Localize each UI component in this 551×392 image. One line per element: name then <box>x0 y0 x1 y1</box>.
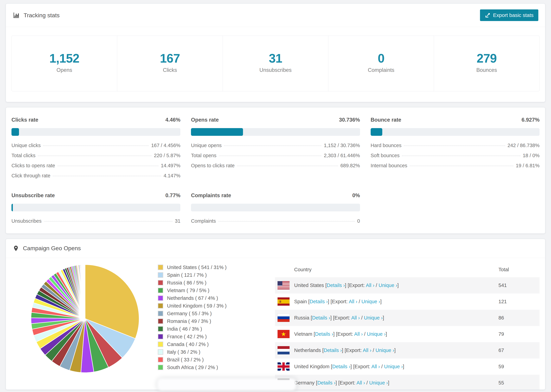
stat-unsubscribes-value: 31 <box>225 52 326 65</box>
details-link[interactable]: Details › <box>324 348 342 353</box>
metric-label: Total opens <box>191 153 216 158</box>
map-pin-icon <box>13 245 19 252</box>
metric-label: Total clicks <box>11 153 35 158</box>
country-name: Spain <box>294 299 308 304</box>
details-link[interactable]: Details › <box>315 331 333 337</box>
export-unique-link[interactable]: Unique › <box>361 299 380 304</box>
dotted-leader <box>219 156 322 156</box>
dotted-leader <box>57 166 158 166</box>
legend-label: Brazil ( 33 / 2% ) <box>167 357 204 363</box>
table-row: Spain [Details ›] [Export: All › / Uniqu… <box>275 294 540 310</box>
legend-item: Italy ( 36 / 2% ) <box>158 349 251 355</box>
rate-value: 4.46% <box>165 117 180 123</box>
bracket: ] <box>394 348 396 353</box>
geo-opens-header: Campaign Geo Opens <box>6 239 545 258</box>
legend-swatch <box>158 311 163 316</box>
bracket: ] <box>386 331 387 337</box>
bar-chart-icon <box>13 12 20 19</box>
rate-value: 0.77% <box>165 192 180 199</box>
export-all-link[interactable]: All › <box>349 299 357 304</box>
legend-label: France ( 42 / 2% ) <box>167 334 207 339</box>
details-link[interactable]: Details › <box>312 315 330 321</box>
legend-item: Russia ( 86 / 5% ) <box>158 280 251 286</box>
flag-us-icon <box>278 281 290 289</box>
bracket: [ <box>325 283 327 288</box>
export-icon <box>485 12 491 18</box>
clicks-rate-panel: Clicks rate 4.46% Unique clicks167 / 4.4… <box>11 117 180 183</box>
details-link[interactable]: Details › <box>317 380 335 385</box>
metric-label: Unsubscribes <box>11 218 42 224</box>
export-unique-link[interactable]: Unique › <box>367 331 386 337</box>
country-name: United States <box>294 283 325 288</box>
country-cell: Russia [Details ›] [Export: All › / Uniq… <box>294 315 498 321</box>
tracking-stats-card: Tracking stats Export basic stats 1,152 … <box>6 3 545 102</box>
legend-swatch <box>158 303 163 308</box>
export-all-link[interactable]: All › <box>354 331 363 337</box>
country-total: 55 <box>498 380 540 386</box>
separator: / <box>363 331 367 337</box>
country-total: 541 <box>498 283 540 288</box>
export-all-link[interactable]: All › <box>356 380 365 385</box>
progress-bar <box>11 128 180 136</box>
export-unique-link[interactable]: Unique › <box>379 283 397 288</box>
details-link[interactable]: Details › <box>310 299 328 304</box>
progress-fill <box>11 204 13 211</box>
stat-bounces-value: 279 <box>436 52 538 65</box>
tracking-stats-header: Tracking stats Export basic stats <box>6 4 545 27</box>
stat-complaints: 0 Complaints <box>328 36 434 91</box>
legend-label: Spain ( 121 / 7% ) <box>167 272 207 278</box>
page-title: Tracking stats <box>24 12 60 19</box>
legend-swatch <box>158 318 163 324</box>
table-row: ★Vietnam [Details ›] [Export: All › / Un… <box>275 326 540 342</box>
legend-swatch <box>158 334 163 339</box>
country-name: Vietnam <box>294 331 314 337</box>
country-name: United Kingdom <box>294 364 331 369</box>
details-link[interactable]: Details › <box>332 364 350 369</box>
progress-bar <box>191 128 360 136</box>
rate-value: 30.736% <box>339 117 360 123</box>
export-unique-link[interactable]: Unique › <box>375 348 394 353</box>
progress-bar <box>371 128 540 136</box>
legend-item: Romania ( 49 / 3% ) <box>158 318 251 324</box>
table-row: Netherlands [Details ›] [Export: All › /… <box>275 342 540 358</box>
dotted-leader <box>53 176 161 176</box>
export-all-link[interactable]: All › <box>366 283 374 288</box>
stat-bounces-label: Bounces <box>436 67 538 73</box>
legend-item: Canada ( 40 / 2% ) <box>158 342 251 347</box>
bracket: ] <box>397 283 399 288</box>
export-unique-link[interactable]: Unique › <box>364 315 383 321</box>
export-all-link[interactable]: All › <box>363 348 371 353</box>
export-all-link[interactable]: All › <box>351 315 360 321</box>
stat-complaints-value: 0 <box>330 52 432 65</box>
stat-clicks-label: Clicks <box>119 67 221 73</box>
legend-item: Netherlands ( 67 / 4% ) <box>158 295 251 301</box>
export-label: ] [Export: <box>342 348 363 353</box>
flag-es-icon <box>278 297 290 306</box>
country-cell: Vietnam [Details ›] [Export: All › / Uni… <box>294 331 498 337</box>
metric-label: Complaints <box>191 218 216 224</box>
export-label: ] [Export: <box>336 380 357 385</box>
legend-label: Canada ( 40 / 2% ) <box>167 342 209 347</box>
legend-item: United States ( 541 / 31% ) <box>158 265 251 270</box>
export-unique-link[interactable]: Unique › <box>369 380 388 385</box>
stat-opens-value: 1,152 <box>13 52 115 65</box>
legend-label: Vietnam ( 79 / 5% ) <box>167 288 209 293</box>
geo-table-rows: United States [Details ›] [Export: All ›… <box>275 277 540 390</box>
export-all-link[interactable]: All › <box>371 364 380 369</box>
flag-nl-icon <box>278 346 290 354</box>
flag-ru-icon <box>278 314 290 322</box>
bottom-scrollbar[interactable] <box>157 378 296 391</box>
legend-item: Vietnam ( 79 / 5% ) <box>158 288 251 293</box>
details-link[interactable]: Details › <box>327 283 345 288</box>
progress-bar <box>11 204 180 211</box>
stat-clicks-value: 167 <box>119 52 221 65</box>
progress-fill <box>371 128 382 136</box>
export-basic-stats-button[interactable]: Export basic stats <box>480 9 538 21</box>
stat-complaints-label: Complaints <box>330 67 432 73</box>
stat-unsubscribes: 31 Unsubscribes <box>223 36 328 91</box>
export-unique-link[interactable]: Unique › <box>384 364 403 369</box>
country-cell: Germany [Details ›] [Export: All › / Uni… <box>294 380 498 386</box>
rate-value: 0% <box>352 192 360 199</box>
section-title: Campaign Geo Opens <box>23 245 81 252</box>
metric-label: Unique clicks <box>11 143 41 148</box>
